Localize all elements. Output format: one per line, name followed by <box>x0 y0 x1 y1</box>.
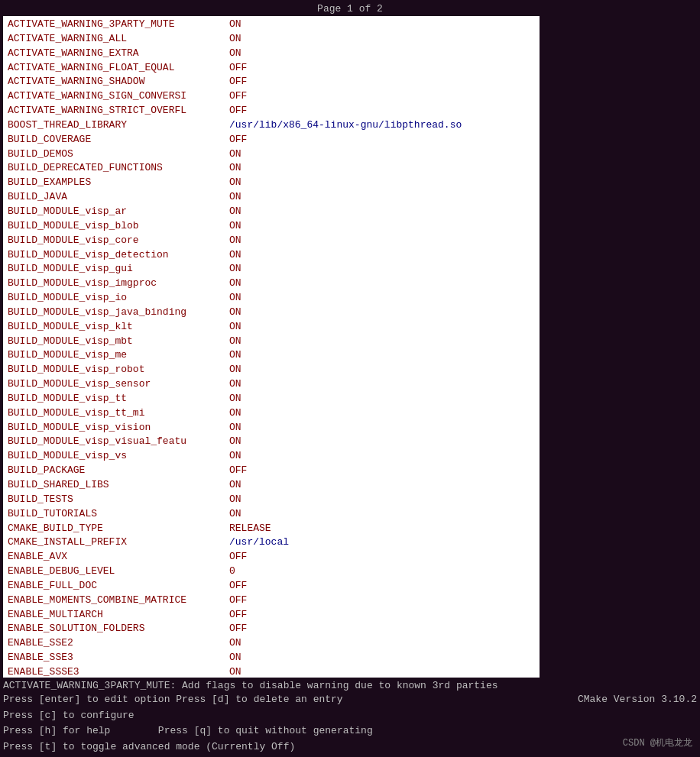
table-row[interactable]: ENABLE_FULL_DOCOFF <box>8 579 535 594</box>
cmake-key: CMAKE_INSTALL_PREFIX <box>8 535 229 550</box>
table-row[interactable]: ACTIVATE_WARNING_EXTRAON <box>8 47 535 61</box>
table-row[interactable]: BUILD_DEPRECATED_FUNCTIONSON <box>8 161 535 176</box>
cmake-value: RELEASE <box>229 522 271 536</box>
table-row[interactable]: BUILD_MODULE_visp_blobON <box>8 219 535 234</box>
cmake-value: ON <box>229 147 241 162</box>
table-row[interactable]: ACTIVATE_WARNING_SHADOWOFF <box>8 75 535 89</box>
cmake-value: ON <box>229 406 241 421</box>
cmake-key: BOOST_THREAD_LIBRARY <box>8 118 229 133</box>
cmake-value: ON <box>229 636 241 651</box>
cmake-value: OFF <box>229 89 247 104</box>
table-row[interactable]: BUILD_COVERAGEOFF <box>8 133 535 147</box>
cmake-key: BUILD_MODULE_visp_tt_mi <box>8 406 229 421</box>
cmake-key: BUILD_PACKAGE <box>8 464 229 478</box>
cmake-key: ENABLE_SSSE3 <box>8 665 229 678</box>
table-row[interactable]: BUILD_MODULE_visp_arON <box>8 205 535 219</box>
kb-row-1: Press [enter] to edit option Press [d] t… <box>3 692 697 708</box>
table-row[interactable]: ACTIVATE_WARNING_3PARTY_MUTEON <box>8 18 535 32</box>
table-row[interactable]: CMAKE_BUILD_TYPERELEASE <box>8 522 535 536</box>
cmake-key: ENABLE_FULL_DOC <box>8 579 229 594</box>
cmake-value: ON <box>229 335 241 349</box>
table-row[interactable]: BUILD_TESTSON <box>8 493 535 507</box>
page-indicator: Page 1 of 2 <box>317 3 383 15</box>
cmake-value: ON <box>229 421 241 435</box>
table-row[interactable]: BUILD_JAVAON <box>8 190 535 205</box>
table-row[interactable]: BUILD_DEMOSON <box>8 147 535 162</box>
table-row[interactable]: BUILD_MODULE_visp_detectionON <box>8 248 535 263</box>
table-row[interactable]: BUILD_MODULE_visp_imgprocON <box>8 277 535 291</box>
table-row[interactable]: BUILD_MODULE_visp_visual_featuON <box>8 435 535 449</box>
cmake-key: ACTIVATE_WARNING_ALL <box>8 32 229 47</box>
cmake-key: BUILD_MODULE_visp_visual_featu <box>8 435 229 449</box>
cmake-value: ON <box>229 47 241 61</box>
table-row[interactable]: BUILD_MODULE_visp_kltON <box>8 320 535 335</box>
cmake-key: BUILD_MODULE_visp_me <box>8 348 229 363</box>
table-row[interactable]: BUILD_MODULE_visp_coreON <box>8 234 535 248</box>
cmake-value: OFF <box>229 594 247 608</box>
table-row[interactable]: ENABLE_SOLUTION_FOLDERSOFF <box>8 622 535 636</box>
cmake-value: ON <box>229 234 241 248</box>
cmake-value: ON <box>229 320 241 335</box>
kb-line1-right: CMake Version 3.10.2 <box>578 692 697 708</box>
cmake-value: OFF <box>229 75 247 89</box>
cmake-value: ON <box>229 32 241 47</box>
cmake-key: BUILD_MODULE_visp_ar <box>8 205 229 219</box>
table-row[interactable]: BUILD_MODULE_visp_robotON <box>8 363 535 377</box>
table-row[interactable]: BUILD_MODULE_visp_vsON <box>8 449 535 464</box>
cmake-table[interactable]: ACTIVATE_WARNING_3PARTY_MUTEONACTIVATE_W… <box>3 16 540 678</box>
table-row[interactable]: ENABLE_MOMENTS_COMBINE_MATRICEOFF <box>8 594 535 608</box>
cmake-key: ENABLE_DEBUG_LEVEL <box>8 565 229 579</box>
table-row[interactable]: ACTIVATE_WARNING_FLOAT_EQUALOFF <box>8 61 535 76</box>
cmake-value: ON <box>229 18 241 32</box>
kb-row-4: Press [t] to toggle advanced mode (Curre… <box>3 739 697 755</box>
cmake-key: ACTIVATE_WARNING_STRICT_OVERFL <box>8 104 229 118</box>
cmake-key: BUILD_MODULE_visp_vs <box>8 449 229 464</box>
table-row[interactable]: ACTIVATE_WARNING_SIGN_CONVERSIOFF <box>8 89 535 104</box>
cmake-key: BUILD_MODULE_visp_robot <box>8 363 229 377</box>
table-row[interactable]: BUILD_TUTORIALSON <box>8 507 535 522</box>
table-row[interactable]: ENABLE_MULTIARCHOFF <box>8 608 535 623</box>
table-row[interactable]: BUILD_MODULE_visp_guiON <box>8 262 535 277</box>
table-row[interactable]: ENABLE_SSSE3ON <box>8 665 535 678</box>
kb-row-2: Press [c] to configure <box>3 708 697 724</box>
table-row[interactable]: BUILD_PACKAGEOFF <box>8 464 535 478</box>
cmake-value: OFF <box>229 608 247 623</box>
cmake-value: ON <box>229 248 241 263</box>
cmake-key: BUILD_COVERAGE <box>8 133 229 147</box>
cmake-key: ENABLE_SOLUTION_FOLDERS <box>8 622 229 636</box>
table-row[interactable]: BUILD_SHARED_LIBSON <box>8 478 535 493</box>
cmake-value: OFF <box>229 104 247 118</box>
kb-line4-left: Press [t] to toggle advanced mode (Curre… <box>3 739 697 755</box>
cmake-value: ON <box>229 363 241 377</box>
table-row[interactable]: ACTIVATE_WARNING_ALLON <box>8 32 535 47</box>
cmake-value: OFF <box>229 579 247 594</box>
cmake-value: ON <box>229 219 241 234</box>
table-row[interactable]: ENABLE_SSE2ON <box>8 636 535 651</box>
table-row[interactable]: BUILD_MODULE_visp_java_bindingON <box>8 306 535 320</box>
table-row[interactable]: ENABLE_DEBUG_LEVEL0 <box>8 565 535 579</box>
table-row[interactable]: ENABLE_AVXOFF <box>8 550 535 565</box>
cmake-key: BUILD_TESTS <box>8 493 229 507</box>
cmake-value: ON <box>229 665 241 678</box>
cmake-value: OFF <box>229 133 247 147</box>
table-row[interactable]: BOOST_THREAD_LIBRARY/usr/lib/x86_64-linu… <box>8 118 535 133</box>
table-row[interactable]: ENABLE_SSE3ON <box>8 651 535 665</box>
cmake-value: OFF <box>229 550 247 565</box>
table-row[interactable]: BUILD_MODULE_visp_visionON <box>8 421 535 435</box>
cmake-key: BUILD_DEMOS <box>8 147 229 162</box>
cmake-value: ON <box>229 435 241 449</box>
cmake-value: ON <box>229 507 241 522</box>
table-row[interactable]: BUILD_MODULE_visp_sensorON <box>8 377 535 392</box>
table-row[interactable]: CMAKE_INSTALL_PREFIX/usr/local <box>8 535 535 550</box>
cmake-key: BUILD_MODULE_visp_blob <box>8 219 229 234</box>
kb-line3-left: Press [h] for help Press [q] to quit wit… <box>3 723 697 739</box>
table-row[interactable]: BUILD_MODULE_visp_mbtON <box>8 335 535 349</box>
table-row[interactable]: ACTIVATE_WARNING_STRICT_OVERFLOFF <box>8 104 535 118</box>
table-row[interactable]: BUILD_MODULE_visp_tt_miON <box>8 406 535 421</box>
table-row[interactable]: BUILD_MODULE_visp_ioON <box>8 291 535 306</box>
table-row[interactable]: BUILD_MODULE_visp_meON <box>8 348 535 363</box>
cmake-key: BUILD_MODULE_visp_sensor <box>8 377 229 392</box>
table-row[interactable]: BUILD_MODULE_visp_ttON <box>8 392 535 406</box>
table-row[interactable]: BUILD_EXAMPLESON <box>8 176 535 190</box>
cmake-value: ON <box>229 291 241 306</box>
